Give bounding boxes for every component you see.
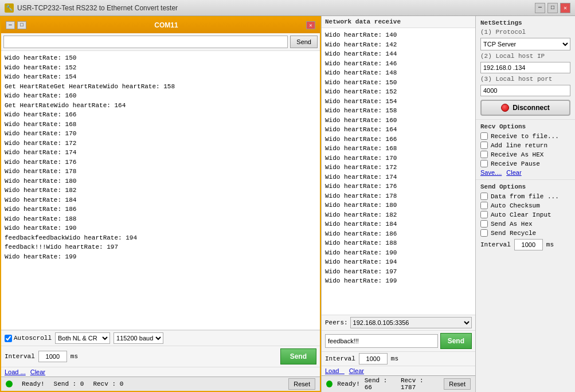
com-load-button[interactable]: Load ...	[5, 369, 26, 375]
recv-clear-button[interactable]: Clear	[506, 169, 521, 176]
baud-rate-dropdown[interactable]: 300 baud1200 baud2400 baud4800 baud9600 …	[114, 332, 163, 344]
com-log-line: feedback!!!Wido heartRate: 197	[5, 242, 316, 252]
recv-file-checkbox[interactable]	[480, 132, 488, 140]
data-from-file-checkbox[interactable]	[480, 193, 488, 200]
net-reset-button[interactable]: Reset	[444, 378, 471, 390]
net-log-line: Wido heartRate: 184	[325, 219, 472, 229]
net-clear-button[interactable]: Clear	[349, 367, 364, 374]
recv-file-label: Receive to file...	[491, 133, 559, 140]
auto-checksum-checkbox[interactable]	[480, 202, 488, 209]
com-log-line: Get HeartRateGet HeartRateWido heartRate…	[5, 82, 316, 92]
recv-hex-checkbox[interactable]	[480, 151, 488, 158]
disconnect-label: Disconnect	[513, 104, 550, 112]
send-hex-checkbox[interactable]	[480, 220, 488, 228]
net-log-line: Wido heartRate: 150	[325, 78, 472, 88]
local-port-input[interactable]	[480, 85, 570, 96]
recv-pause-row[interactable]: Receive Pause	[480, 160, 570, 167]
com-log-line: Wido heartRate: 180	[5, 177, 316, 186]
com-send-bottom-button[interactable]: Send	[280, 348, 316, 364]
com-log-line: Wido heartRate: 184	[5, 195, 316, 205]
net-interval-row: Interval ms	[322, 351, 475, 366]
minimize-button[interactable]: ─	[535, 3, 545, 13]
send-options-section: Send Options Data from file ... Auto Che…	[476, 180, 575, 256]
com-panel: ─ □ COM11 ✕ Send Wido heartRate: 150Wido…	[0, 16, 321, 392]
net-log-line: Wido heartRate: 144	[325, 49, 472, 59]
add-line-row[interactable]: Add line return	[480, 142, 570, 149]
send-hex-row[interactable]: Send As Hex	[480, 220, 570, 228]
net-settings-section: NetSettings (1) Protocol TCP ServerTCP C…	[476, 16, 575, 120]
local-ip-row: (2) Local host IP	[480, 53, 570, 60]
net-log-line: Wido heartRate: 148	[325, 68, 472, 78]
protocol-dropdown[interactable]: TCP ServerTCP ClientUDP ServerUDP Client	[480, 38, 570, 50]
send-interval-row: Interval ms	[480, 239, 570, 250]
protocol-label: (1) Protocol	[480, 29, 526, 36]
recv-file-row[interactable]: Receive to file...	[480, 132, 570, 140]
com-log-line: Wido heartRate: 168	[5, 120, 316, 130]
com-interval-input[interactable]	[38, 351, 67, 362]
net-load-clear-row: Load _ Clear	[322, 366, 475, 375]
com-log-line: Wido heartRate: 176	[5, 158, 316, 167]
com-minimize-button[interactable]: ─	[6, 21, 15, 29]
recv-hex-row[interactable]: Receive As HEX	[480, 151, 570, 158]
net-log-line: Wido heartRate: 146	[325, 59, 472, 69]
recv-options-section: Recv Options Receive to file... Add line…	[476, 120, 575, 180]
com-status-icon	[6, 381, 13, 387]
disconnect-button[interactable]: Disconnect	[480, 100, 570, 116]
net-peers-dropdown[interactable]: 192.168.0.105:3356	[350, 317, 472, 328]
com-log-line: Wido heartRate: 188	[5, 214, 316, 224]
com-restore-button[interactable]: □	[17, 21, 26, 29]
add-line-checkbox[interactable]	[480, 142, 488, 149]
send-recycle-checkbox[interactable]	[480, 229, 488, 237]
main-area: ─ □ COM11 ✕ Send Wido heartRate: 150Wido…	[0, 16, 575, 392]
send-interval-input[interactable]	[514, 239, 543, 250]
autoscroll-checkbox[interactable]	[5, 335, 12, 342]
line-ending-dropdown[interactable]: No line endingNewlineCarriage returnBoth…	[55, 332, 110, 344]
net-send-input[interactable]	[325, 334, 438, 348]
com-clear-button[interactable]: Clear	[30, 369, 45, 375]
com-close-button[interactable]: ✕	[306, 21, 315, 29]
close-button[interactable]: ✕	[560, 3, 570, 13]
com-log-line: Wido heartRate: 170	[5, 129, 316, 139]
net-log-line: Wido heartRate: 194	[325, 257, 472, 267]
com-reset-button[interactable]: Reset	[288, 378, 315, 390]
net-log-line: Wido heartRate: 197	[325, 267, 472, 277]
send-recycle-label: Send Recycle	[491, 230, 536, 237]
net-log-line: Wido heartRate: 186	[325, 229, 472, 239]
net-log-line: Wido heartRate: 170	[325, 154, 472, 163]
auto-clear-row[interactable]: Auto Clear Input	[480, 211, 570, 218]
net-log-line: Wido heartRate: 199	[325, 276, 472, 286]
local-ip-input[interactable]	[480, 62, 570, 73]
send-recycle-row[interactable]: Send Recycle	[480, 229, 570, 237]
com-interval-unit: ms	[71, 353, 78, 360]
net-peers-label: Peers:	[325, 319, 348, 326]
autoscroll-checkbox-label[interactable]: Autoscroll	[5, 335, 52, 342]
net-log-line: Wido heartRate: 174	[325, 173, 472, 182]
com-send-row: Interval ms Send	[1, 346, 320, 367]
send-hex-label: Send As Hex	[491, 221, 533, 228]
net-interval-input[interactable]	[359, 353, 388, 364]
title-bar: 🔧 USR-TCP232-Test RS232 to Ethernet Conv…	[0, 0, 575, 16]
net-interval-label: Interval	[325, 355, 355, 362]
save-clear-row: Save.... Clear	[480, 169, 570, 176]
recv-pause-checkbox[interactable]	[480, 160, 488, 167]
net-log-line: Wido heartRate: 180	[325, 201, 472, 210]
maximize-button[interactable]: □	[547, 3, 558, 13]
red-dot-icon	[501, 104, 509, 112]
net-log-line: Wido heartRate: 142	[325, 40, 472, 50]
com-log-line: Wido heartRate: 152	[5, 63, 316, 73]
com-recv-count: Recv : 0	[93, 381, 123, 387]
com-send-top-button[interactable]: Send	[290, 36, 318, 48]
auto-checksum-row[interactable]: Auto Checksum	[480, 202, 570, 209]
net-panel: Network data receive Wido heartRate: 140…	[321, 16, 476, 392]
send-options-title: Send Options	[480, 183, 570, 190]
auto-clear-checkbox[interactable]	[480, 211, 488, 218]
com-input-field[interactable]	[3, 36, 288, 48]
recv-hex-label: Receive As HEX	[491, 151, 543, 158]
data-from-file-row[interactable]: Data from file ...	[480, 193, 570, 200]
com-log-line: Wido heartRate: 160	[5, 91, 316, 101]
net-send-button[interactable]: Send	[440, 333, 472, 349]
recv-save-button[interactable]: Save....	[480, 169, 502, 176]
net-load-button[interactable]: Load _	[325, 367, 345, 374]
app-icon: 🔧	[5, 3, 14, 13]
com-log-line: Wido heartRate: 166	[5, 110, 316, 120]
